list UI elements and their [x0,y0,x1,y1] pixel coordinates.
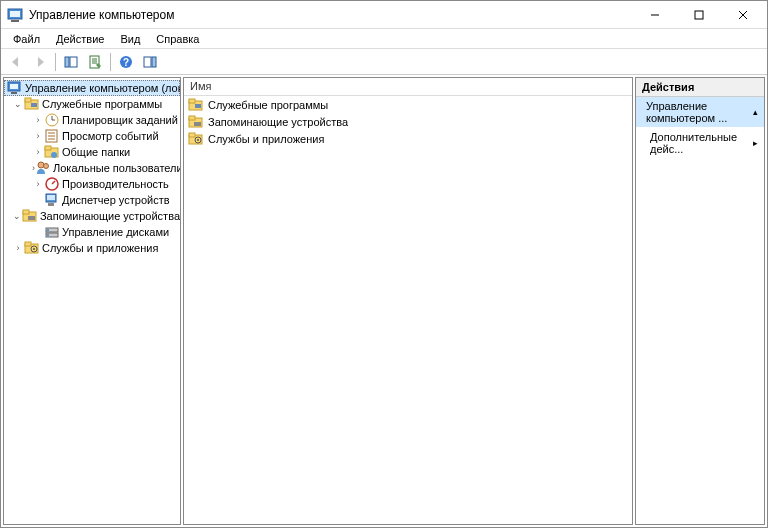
actions-context-title[interactable]: Управление компьютером ... ▴ [636,97,764,127]
svg-rect-52 [189,99,195,103]
window: Управление компьютером Файл Действие Вид… [0,0,768,528]
column-header-name[interactable]: Имя [184,78,632,96]
forward-button[interactable] [29,51,51,73]
disk-management-icon [44,224,60,240]
toolbar-separator-2 [110,53,111,71]
performance-icon [44,176,60,192]
svg-rect-15 [144,57,151,67]
tree-system-tools[interactable]: ⌄ Служебные программы [4,96,180,112]
svg-point-34 [44,164,49,169]
list-item-system-tools[interactable]: Служебные программы [184,96,632,113]
tree-task-scheduler[interactable]: › Планировщик заданий [4,112,180,128]
help-button[interactable]: ? [115,51,137,73]
left-pane: Управление компьютером (локальным) ⌄ Слу… [3,77,181,525]
actions-more[interactable]: Дополнительные дейс... ▸ [636,127,764,159]
svg-rect-38 [48,203,54,206]
menu-help[interactable]: Справка [148,31,207,47]
center-pane: Имя Служебные программы Запоминающие уст… [183,77,633,525]
event-viewer-icon [44,128,60,144]
properties-button[interactable] [84,51,106,73]
tree-shared-folders[interactable]: › Общие папки [4,144,180,160]
svg-rect-48 [25,242,31,246]
expand-icon[interactable]: › [12,243,24,253]
services-apps-icon [188,131,204,147]
services-apps-icon [24,240,40,256]
expand-icon[interactable]: › [32,179,44,189]
svg-rect-31 [45,146,51,150]
tree-performance[interactable]: › Производительность [4,176,180,192]
tree-system-tools-label: Служебные программы [42,98,162,110]
show-hide-tree-button[interactable] [60,51,82,73]
menu-file[interactable]: Файл [5,31,48,47]
svg-point-45 [47,229,49,231]
tree-storage[interactable]: ⌄ Запоминающие устройства [4,208,180,224]
svg-rect-19 [11,92,17,94]
maximize-button[interactable] [677,2,721,28]
tree-services-apps-label: Службы и приложения [42,242,158,254]
svg-rect-4 [695,11,703,19]
svg-rect-8 [70,57,77,67]
back-button[interactable] [5,51,27,73]
list-item-label: Служебные программы [208,99,328,111]
device-manager-icon [44,192,60,208]
collapse-icon[interactable]: ⌄ [12,211,22,221]
tree-task-scheduler-label: Планировщик заданий [62,114,178,126]
svg-rect-39 [47,195,55,200]
actions-more-label: Дополнительные дейс... [650,131,753,155]
actions-header: Действия [636,78,764,97]
tree-device-manager[interactable]: Диспетчер устройств [4,192,180,208]
expand-icon[interactable]: › [32,147,44,157]
content-area: Управление компьютером (локальным) ⌄ Слу… [1,75,767,527]
toolbar: ? [1,49,767,75]
action-pane-button[interactable] [139,51,161,73]
close-button[interactable] [721,2,765,28]
svg-point-32 [51,152,57,158]
scheduler-icon [44,112,60,128]
list-item-storage[interactable]: Запоминающие устройства [184,113,632,130]
svg-point-60 [197,139,199,141]
svg-point-50 [33,248,35,250]
svg-rect-22 [31,103,37,107]
tree-local-users[interactable]: › Локальные пользователи и группы [4,160,180,176]
toolbar-separator [55,53,56,71]
list-item-label: Запоминающие устройства [208,116,348,128]
svg-rect-41 [23,210,29,214]
collapse-icon: ▴ [753,107,758,117]
blank-twisty [32,195,44,205]
computer-management-icon [7,80,23,96]
svg-rect-18 [10,84,18,89]
svg-rect-21 [25,98,31,102]
svg-rect-42 [28,216,35,220]
svg-rect-56 [194,122,201,126]
svg-rect-1 [11,20,19,22]
collapse-icon[interactable]: ⌄ [12,99,24,109]
tools-folder-icon [188,97,204,113]
tree-performance-label: Производительность [62,178,169,190]
expand-icon[interactable]: › [32,131,44,141]
svg-rect-7 [65,57,69,67]
list-item-services-apps[interactable]: Службы и приложения [184,130,632,147]
svg-point-46 [47,234,49,236]
minimize-button[interactable] [633,2,677,28]
tree-services-apps[interactable]: › Службы и приложения [4,240,180,256]
menu-view[interactable]: Вид [112,31,148,47]
tree-event-viewer-label: Просмотр событий [62,130,159,142]
menu-action[interactable]: Действие [48,31,112,47]
tree-root[interactable]: Управление компьютером (локальным) [4,80,180,96]
svg-point-33 [38,162,44,168]
tree-storage-label: Запоминающие устройства [40,210,180,222]
tree-event-viewer[interactable]: › Просмотр событий [4,128,180,144]
svg-rect-16 [152,57,156,67]
tree-local-users-label: Локальные пользователи и группы [53,162,181,174]
app-icon [7,7,23,23]
tree-disk-management[interactable]: Управление дисками [4,224,180,240]
svg-rect-53 [195,104,201,108]
shared-folders-icon [44,144,60,160]
tools-folder-icon [24,96,40,112]
expand-icon[interactable]: › [32,115,44,125]
blank-twisty [32,227,44,237]
storage-folder-icon [22,208,38,224]
navigation-tree: Управление компьютером (локальным) ⌄ Слу… [4,78,180,258]
users-icon [35,160,51,176]
actions-context-label: Управление компьютером ... [646,100,753,124]
